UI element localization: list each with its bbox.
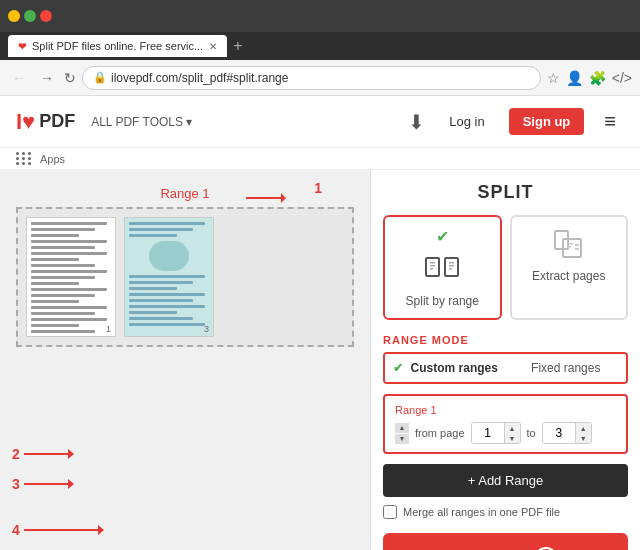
logo-pdf: PDF — [39, 111, 75, 132]
back-button[interactable]: ← — [8, 68, 30, 88]
from-page-input[interactable] — [472, 423, 504, 443]
lock-icon: 🔒 — [93, 71, 107, 84]
code-icon[interactable]: </> — [612, 70, 632, 86]
annotation-4: 4 — [12, 522, 104, 538]
tab-favicon: ❤ — [18, 41, 26, 52]
split-title: SPLIT — [383, 182, 628, 203]
from-page-spinners: ▲ ▼ — [504, 423, 520, 443]
logo: I♥ PDF — [16, 109, 75, 135]
window-controls — [8, 10, 52, 22]
annotation-1: 1 — [314, 180, 322, 196]
page3-content — [125, 218, 213, 336]
nav-bar: ← → ↻ 🔒 ilovepdf.com/split_pdf#split.ran… — [0, 60, 640, 96]
tab-close-icon[interactable]: ✕ — [209, 41, 217, 52]
sort-up-button[interactable]: ▲ — [395, 423, 409, 433]
svg-rect-11 — [430, 265, 435, 267]
pdf-page-1: 1 — [26, 217, 116, 337]
login-button[interactable]: Log in — [437, 108, 496, 135]
left-panel: Range 1 — [0, 170, 370, 550]
logo-heart: I♥ — [16, 109, 35, 135]
pdf-previews: 1 3 — [16, 207, 354, 347]
browser-tab[interactable]: ❤ Split PDF files online. Free servic...… — [8, 35, 227, 57]
range-mode-label: RANGE MODE — [383, 334, 628, 346]
tab-title: Split PDF files online. Free servic... — [32, 40, 203, 52]
range-1-row: Range 1 ▲ ▼ from page ▲ ▼ to — [383, 394, 628, 454]
split-by-range-label: Split by range — [406, 294, 479, 308]
range-mode-buttons: ✔ Custom ranges Fixed ranges — [383, 352, 628, 384]
page3-number: 3 — [204, 324, 209, 334]
star-icon[interactable]: ☆ — [547, 70, 560, 86]
nav-icons: ☆ 👤 🧩 </> — [547, 70, 632, 86]
fixed-ranges-label: Fixed ranges — [531, 361, 600, 375]
add-range-button[interactable]: + Add Range — [383, 464, 628, 497]
signup-button[interactable]: Sign up — [509, 108, 585, 135]
split-range-icon — [424, 252, 460, 288]
fixed-ranges-button[interactable]: Fixed ranges — [506, 354, 627, 382]
merge-checkbox[interactable] — [383, 505, 397, 519]
to-page-input-wrap: ▲ ▼ — [542, 422, 592, 444]
address-bar[interactable]: 🔒 ilovepdf.com/split_pdf#split.range — [82, 66, 541, 90]
svg-marker-5 — [68, 479, 74, 489]
from-page-up-spinner[interactable]: ▲ — [504, 423, 520, 433]
to-page-input[interactable] — [543, 423, 575, 443]
main-layout: Range 1 — [0, 170, 640, 550]
apps-bar: Apps — [0, 148, 640, 170]
split-pdf-button[interactable]: Split PDF ➜ — [383, 533, 628, 550]
pdf-page-3: 3 — [124, 217, 214, 337]
page1-content — [27, 218, 115, 336]
check-icon: ✔ — [436, 227, 449, 246]
reload-button[interactable]: ↻ — [64, 70, 76, 86]
close-window-button[interactable] — [40, 10, 52, 22]
from-page-input-wrap: ▲ ▼ — [471, 422, 521, 444]
download-icon[interactable]: ⬇ — [408, 110, 425, 134]
browser-bar — [0, 0, 640, 32]
custom-ranges-label: Custom ranges — [411, 361, 498, 375]
forward-button[interactable]: → — [36, 68, 58, 88]
tab-bar: ❤ Split PDF files online. Free servic...… — [0, 32, 640, 60]
annotation-2: 2 — [12, 446, 74, 462]
hamburger-menu-button[interactable]: ≡ — [596, 106, 624, 137]
extract-pages-icon — [551, 227, 587, 263]
svg-rect-14 — [449, 265, 454, 267]
split-options: ✔ Split by range — [383, 215, 628, 320]
range-preview-label: Range 1 — [16, 186, 354, 201]
profile-icon[interactable]: 👤 — [566, 70, 583, 86]
sort-down-button[interactable]: ▼ — [395, 434, 409, 444]
maximize-button[interactable] — [24, 10, 36, 22]
new-tab-button[interactable]: + — [233, 37, 242, 55]
all-tools-label: ALL PDF TOOLS — [91, 115, 183, 129]
to-page-up-spinner[interactable]: ▲ — [575, 423, 591, 433]
to-label: to — [527, 427, 536, 439]
minimize-button[interactable] — [8, 10, 20, 22]
merge-label: Merge all ranges in one PDF file — [403, 506, 560, 518]
split-by-range-option[interactable]: ✔ Split by range — [383, 215, 502, 320]
svg-rect-13 — [449, 262, 454, 264]
svg-rect-8 — [426, 258, 439, 276]
from-page-down-spinner[interactable]: ▼ — [504, 433, 520, 443]
merge-row: Merge all ranges in one PDF file — [383, 505, 628, 519]
range1-header: Range 1 — [395, 404, 616, 416]
apps-grid-icon — [16, 152, 32, 165]
to-page-spinners: ▲ ▼ — [575, 423, 591, 443]
extract-pages-label: Extract pages — [532, 269, 605, 283]
extract-pages-option[interactable]: Extract pages — [510, 215, 629, 320]
svg-rect-10 — [430, 262, 435, 264]
svg-marker-3 — [68, 449, 74, 459]
range1-inputs: ▲ ▼ from page ▲ ▼ to ▲ ▼ — [395, 422, 616, 444]
svg-rect-19 — [567, 246, 571, 248]
all-tools-button[interactable]: ALL PDF TOOLS ▾ — [91, 115, 192, 129]
right-panel: SPLIT ✔ Split by range — [370, 170, 640, 550]
range-sort-buttons: ▲ ▼ — [395, 423, 409, 444]
page1-number: 1 — [106, 324, 111, 334]
custom-ranges-button[interactable]: ✔ Custom ranges — [385, 354, 506, 382]
apps-label: Apps — [16, 152, 65, 165]
svg-rect-18 — [567, 243, 573, 245]
all-tools-chevron: ▾ — [186, 115, 192, 129]
custom-check-icon: ✔ — [393, 361, 403, 375]
extensions-icon[interactable]: 🧩 — [589, 70, 606, 86]
svg-rect-15 — [449, 268, 452, 270]
svg-rect-12 — [430, 268, 433, 270]
address-text: ilovepdf.com/split_pdf#split.range — [111, 71, 288, 85]
header-actions: ⬇ Log in Sign up ≡ — [408, 106, 624, 137]
to-page-down-spinner[interactable]: ▼ — [575, 433, 591, 443]
